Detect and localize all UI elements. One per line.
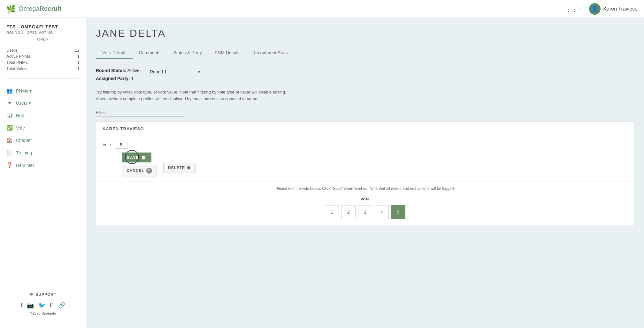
round-labels: Round Status: Active Assigned Party: 1	[96, 67, 140, 83]
stat-total-votes-label: Total Votes:	[6, 66, 28, 71]
tab-status-party[interactable]: Status & Party	[167, 47, 208, 59]
avatar: 👤	[589, 3, 601, 15]
logo-text-bold: Recruit	[40, 5, 62, 12]
stat-total-pnms: Total PNMs: 1	[6, 60, 80, 65]
facebook-icon[interactable]: f	[21, 302, 22, 309]
vote-section: Please edit the vote below. Click "Save"…	[96, 182, 634, 226]
help-icon: ❓	[6, 162, 13, 168]
twitter-icon[interactable]: 🐦	[38, 302, 45, 309]
support-button[interactable]: ✉ SUPPORT	[6, 292, 80, 297]
vote-icon: ✅	[6, 125, 13, 131]
round-status-value: Active	[127, 68, 140, 73]
voter-body: Vote 5 SAVE 📋 ☞	[96, 136, 634, 182]
sidebar-item-users[interactable]: ♥ Users ▾	[0, 97, 86, 109]
sidebar-item-pnms-label: PNMs ▾	[16, 88, 32, 93]
pinterest-icon[interactable]: P	[50, 302, 54, 309]
stat-active-pnms-value: 1	[77, 54, 80, 59]
assigned-party-label: Assigned Party:	[96, 76, 130, 81]
round-status-label: Round Status:	[96, 68, 126, 73]
voter-card: KAREN TRAVIESO Vote 5 SAVE 📋	[96, 122, 634, 226]
stat-total-pnms-value: 1	[77, 60, 80, 65]
sidebar-item-chapter[interactable]: 🏠 Chapter	[0, 134, 86, 146]
sidebar-item-pnms[interactable]: 👥 PNMs ▾	[0, 85, 86, 97]
sidebar-stats: Users: 12 Active PNMs: 1 Total PNMs: 1 T…	[0, 45, 86, 75]
cancel-button[interactable]: CANCEL ✕	[122, 165, 157, 176]
sidebar-item-training[interactable]: 📄 Training	[0, 146, 86, 159]
assigned-party-line: Assigned Party: 1	[96, 75, 140, 83]
vote-btn-1[interactable]: 1	[325, 205, 339, 219]
vote-btn-4[interactable]: 4	[375, 205, 389, 219]
page-title: JANE DELTA	[96, 27, 634, 39]
logo-text-light: Omega	[19, 5, 40, 12]
stat-total-votes-value: 1	[77, 66, 80, 71]
org-round: ROUND 1 - OPEN VOTING	[6, 31, 80, 34]
user-name: Karen Travieso	[603, 6, 638, 12]
round-info: Round Status: Active Assigned Party: 1 R…	[96, 67, 634, 83]
sidebar-item-hub-label: Hub	[16, 113, 24, 118]
assigned-party-value: 1	[131, 76, 134, 81]
tab-vote-details[interactable]: Vote Details	[96, 47, 133, 59]
copyright: ©2020 OmegaFi	[6, 311, 80, 315]
cancel-label: CANCEL	[126, 168, 144, 173]
tab-recruitment-stats[interactable]: Recruitment Stats	[246, 47, 294, 59]
sidebar-item-users-label: Users ▾	[16, 101, 31, 106]
save-button[interactable]: SAVE 📋	[122, 153, 151, 162]
training-icon: 📄	[6, 150, 13, 156]
vote-label-text: Vote	[103, 142, 111, 147]
delete-button-wrapper: DELETE 🗑	[163, 163, 196, 173]
sidebar-item-chapter-label: Chapter	[16, 138, 32, 143]
user-profile[interactable]: 👤 Karen Travieso	[589, 3, 638, 15]
action-area: SAVE 📋 ☞ CANCEL ✕	[122, 153, 628, 176]
vote-btn-5[interactable]: 5	[391, 205, 405, 219]
stat-total-pnms-label: Total PNMs:	[6, 60, 29, 65]
tabs: Vote Details Comments Status & Party PNM…	[96, 47, 634, 59]
main-content: JANE DELTA Vote Details Comments Status …	[86, 18, 644, 328]
sidebar-item-help[interactable]: ❓ Help Me!	[0, 159, 86, 171]
pnms-icon: 👥	[6, 88, 13, 94]
sidebar: FTS - OMEGAFI TEST ROUND 1 - OPEN VOTING…	[0, 18, 86, 328]
sidebar-divider	[6, 78, 80, 79]
vote-section-title: Vote	[103, 197, 628, 201]
sidebar-item-vote-label: Vote	[16, 125, 25, 130]
layout: FTS - OMEGAFI TEST ROUND 1 - OPEN VOTING…	[0, 18, 644, 328]
logo-icon: 🌿	[6, 4, 16, 13]
sidebar-bottom: ✉ SUPPORT f 📷 🐦 P 🔗 ©2020 OmegaFi	[0, 286, 86, 322]
header-right: ⋮⋮⋮ 👤 Karen Travieso	[565, 3, 638, 15]
social-icons: f 📷 🐦 P 🔗	[6, 302, 80, 309]
chapter-icon: 🏠	[6, 137, 13, 143]
vote-btn-3[interactable]: 3	[358, 205, 372, 219]
logo: 🌿 OmegaRecruit	[6, 4, 62, 13]
sidebar-item-vote[interactable]: ✅ Vote	[0, 122, 86, 134]
edit-note: Please edit the vote below. Click "Save"…	[103, 186, 628, 191]
round-select[interactable]: Round 1 Round 2 Round 3	[146, 67, 203, 77]
delete-button[interactable]: DELETE 🗑	[163, 163, 196, 173]
tab-comments[interactable]: Comments	[133, 47, 167, 59]
vote-current-value: 5	[115, 141, 127, 149]
stat-users-label: Users:	[6, 48, 19, 53]
filter-input[interactable]	[96, 109, 185, 116]
stat-users-value: 12	[75, 48, 80, 53]
tab-pnm-details[interactable]: PNM Details	[208, 47, 246, 59]
org-status: OPEN	[6, 37, 80, 41]
users-icon: ♥	[6, 100, 13, 106]
mail-icon: ✉	[29, 292, 33, 297]
vote-btn-2[interactable]: 2	[341, 205, 356, 219]
share-icon[interactable]: 🔗	[58, 302, 65, 309]
delete-label: DELETE	[168, 166, 185, 170]
sidebar-item-training-label: Training	[16, 150, 32, 155]
cancel-button-wrapper: CANCEL ✕	[122, 165, 157, 176]
grid-icon[interactable]: ⋮⋮⋮	[565, 5, 583, 13]
org-title: FTS - OMEGAFI TEST	[6, 24, 80, 29]
round-status-line: Round Status: Active	[96, 67, 140, 75]
stat-active-pnms: Active PNMs: 1	[6, 54, 80, 59]
delete-icon: 🗑	[187, 166, 191, 170]
stat-users: Users: 12	[6, 48, 80, 53]
sidebar-item-hub[interactable]: 📊 Hub	[0, 109, 86, 122]
save-button-wrapper: SAVE 📋 ☞	[122, 153, 151, 162]
cancel-icon: ✕	[146, 168, 152, 174]
instagram-icon[interactable]: 📷	[27, 302, 34, 309]
filter-input-wrapper	[96, 109, 185, 116]
hub-icon: 📊	[6, 112, 13, 118]
stat-active-pnms-label: Active PNMs:	[6, 54, 31, 59]
vote-buttons: 1 2 3 4 5	[103, 205, 628, 219]
